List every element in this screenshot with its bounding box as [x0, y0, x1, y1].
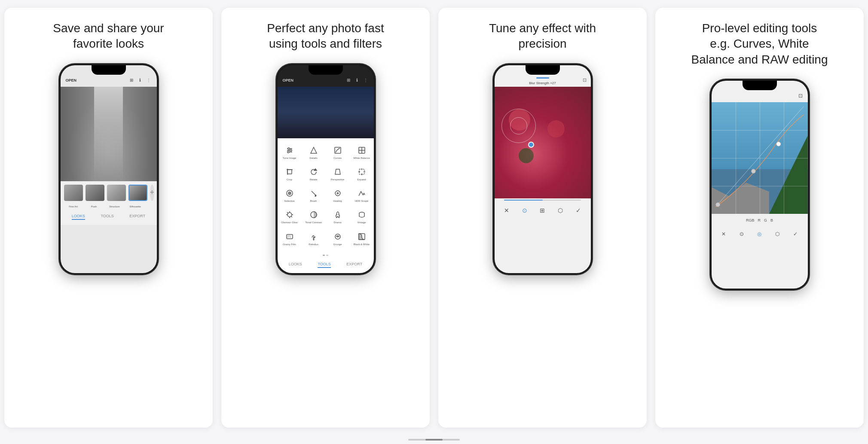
tool-vintage[interactable]: Vintage	[350, 206, 374, 228]
p3-sliders-btn[interactable]: ⊞	[540, 207, 545, 214]
tools-grid: Tune Image Details	[278, 138, 374, 253]
svg-rect-35	[287, 234, 293, 239]
look-label-0: Fine Art	[64, 205, 83, 208]
tool-label-rotate: Rotate	[310, 178, 318, 181]
p3-stack-btn[interactable]: ⬡	[558, 207, 563, 214]
tune-image-icon	[284, 145, 295, 155]
p2-nav-looks[interactable]: LOOKS	[289, 262, 302, 268]
p3-blur-label: Blur Strength +27	[529, 81, 556, 85]
p4-compare-icon[interactable]: ⊡	[798, 93, 803, 99]
phone-1-inner: OPEN ⊞ ℹ ⋮	[61, 65, 157, 273]
tool-grunge[interactable]: Grunge	[326, 228, 350, 249]
tool-label-vintage: Vintage	[357, 221, 366, 224]
look-thumb-3[interactable]	[128, 185, 147, 201]
svg-marker-14	[314, 169, 317, 170]
p3-confirm-btn[interactable]: ✓	[576, 207, 581, 214]
p2-layers-icon[interactable]: ⊞	[345, 77, 351, 83]
look-thumb-0[interactable]	[64, 185, 83, 201]
bw-icon	[357, 231, 367, 242]
p2-photo	[278, 87, 374, 138]
p1-layers-icon[interactable]: ⊞	[128, 77, 134, 83]
selective-dot[interactable]	[528, 142, 534, 148]
p1-bottom-nav: LOOKS TOOLS EXPORT	[61, 210, 157, 225]
p4-rgb-btn[interactable]: RGB	[746, 218, 755, 222]
phone-2-screen: OPEN ⊞ ℹ ⋮	[278, 65, 374, 273]
tool-tune-image[interactable]: Tune Image	[278, 142, 302, 163]
grunge-icon	[333, 231, 343, 242]
p1-photo	[61, 87, 157, 181]
tool-label-grainy: Grainy Film	[283, 243, 296, 246]
p3-photo	[495, 87, 591, 198]
p3-slider-track[interactable]	[504, 200, 581, 201]
tool-crop[interactable]: Crop	[278, 163, 302, 185]
tool-bw[interactable]: Black & White	[350, 228, 374, 249]
p2-more-icon[interactable]: ⋮	[363, 77, 369, 83]
tool-details[interactable]: Details	[302, 142, 326, 163]
tool-wb[interactable]: White Balance	[350, 142, 374, 163]
leaf-1	[519, 148, 534, 163]
look-thumb-1[interactable]	[86, 185, 104, 201]
p4-blue-btn[interactable]: B	[770, 218, 773, 222]
tool-curves[interactable]: Curves	[326, 142, 350, 163]
p1-nav-tools[interactable]: TOOLS	[101, 214, 113, 220]
look-label-2: Structure	[105, 205, 124, 208]
phone-4: ⊡	[710, 79, 809, 290]
p1-info-icon[interactable]: ℹ	[137, 77, 143, 83]
p2-nav-tools[interactable]: TOOLS	[318, 262, 330, 268]
crop-icon	[284, 167, 295, 177]
p1-nav-export[interactable]: EXPORT	[129, 214, 145, 220]
tool-label-expand: Expand	[357, 178, 366, 181]
hdr-icon	[357, 188, 367, 198]
tool-brush[interactable]: Brush	[302, 185, 326, 206]
tool-expand[interactable]: Expand	[350, 163, 374, 185]
tool-selective[interactable]: Selective	[278, 185, 302, 206]
p4-bottom-nav: ✕ ⊙ ◎ ⬡ ✓	[712, 227, 808, 241]
tool-drama[interactable]: Drama	[326, 206, 350, 228]
tool-healing[interactable]: Healing	[326, 185, 350, 206]
retrolux-icon	[309, 231, 319, 242]
grainy-icon	[284, 231, 295, 242]
tool-perspective[interactable]: Perspective	[326, 163, 350, 185]
p4-confirm-btn[interactable]: ✓	[793, 231, 798, 237]
tool-hdr[interactable]: HDR Scape	[350, 185, 374, 206]
p2-nav-export[interactable]: EXPORT	[346, 262, 362, 268]
details-icon	[309, 145, 319, 155]
phone-2: OPEN ⊞ ℹ ⋮	[276, 64, 375, 274]
p2-info-icon[interactable]: ℹ	[354, 77, 360, 83]
phone-2-inner: OPEN ⊞ ℹ ⋮	[278, 65, 374, 273]
svg-point-3	[288, 148, 290, 149]
selective-icon	[284, 188, 295, 198]
tool-label-healing: Healing	[333, 200, 342, 203]
main-content: Save and share your favorite looks OPEN …	[0, 0, 868, 435]
tool-tonal[interactable]: Tonal Contrast	[302, 206, 326, 228]
p3-progress	[536, 77, 549, 79]
panel-pro: Pro-level editing tools e.g. Curves, Whi…	[655, 8, 864, 428]
p1-nav-looks[interactable]: LOOKS	[72, 214, 85, 220]
p3-cancel-btn[interactable]: ✕	[504, 207, 509, 214]
look-thumb-2[interactable]	[107, 185, 126, 201]
tool-retrolux[interactable]: Retrolux	[302, 228, 326, 249]
svg-marker-6	[311, 147, 317, 153]
phone-3-inner: Blur Strength +27 ⊡	[495, 65, 591, 273]
p2-bottom-nav: LOOKS TOOLS EXPORT	[278, 258, 374, 273]
p3-bottom-nav: ✕ ⊙ ⊞ ⬡ ✓	[495, 202, 591, 219]
tool-grainy[interactable]: Grainy Film	[278, 228, 302, 249]
look-add-btn[interactable]: +	[150, 185, 155, 201]
tool-label-hdr: HDR Scape	[355, 200, 369, 203]
phone-4-notch	[743, 81, 777, 90]
p1-more-icon[interactable]: ⋮	[146, 77, 152, 83]
p4-green-btn[interactable]: G	[764, 218, 767, 222]
p4-eye-btn[interactable]: ◎	[757, 231, 761, 237]
p4-stack-btn[interactable]: ⬡	[775, 231, 779, 237]
p4-circle-btn[interactable]: ⊙	[740, 231, 744, 237]
bottom-bar	[0, 435, 868, 444]
p4-curve-controls: RGB R G B	[712, 214, 808, 227]
tool-rotate[interactable]: Rotate	[302, 163, 326, 185]
p3-compare-icon[interactable]: ⊡	[583, 77, 587, 83]
wb-icon	[357, 145, 367, 155]
p4-red-btn[interactable]: R	[758, 218, 761, 222]
p4-cancel-btn[interactable]: ✕	[721, 231, 726, 237]
p3-circle-btn[interactable]: ⊙	[522, 207, 527, 214]
curves-svg	[712, 102, 808, 211]
tool-glamour[interactable]: Glamour Glow	[278, 206, 302, 228]
